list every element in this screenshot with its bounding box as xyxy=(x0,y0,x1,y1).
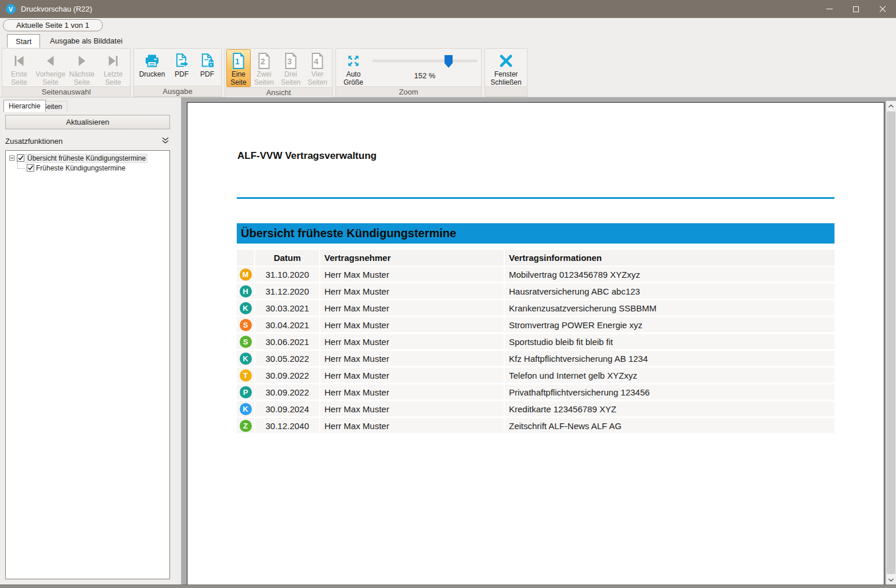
vertical-scrollbar[interactable] xyxy=(886,101,896,585)
tree-node-child[interactable]: Früheste Kündigungstermine xyxy=(13,163,168,173)
preview-page: ALF-VVW Vertragsverwaltung Übersicht frü… xyxy=(187,102,884,585)
pdf-arrow-icon xyxy=(174,52,190,70)
group-caption-zoom: Zoom xyxy=(336,86,481,97)
preview-area: ALF-VVW Vertragsverwaltung Übersicht frü… xyxy=(181,97,896,585)
tab-start[interactable]: Start xyxy=(7,34,40,48)
previous-page-icon xyxy=(43,52,58,70)
svg-text:2: 2 xyxy=(261,57,265,66)
table-header-row: Datum Vertragsnehmer Vertragsinformation… xyxy=(237,250,834,266)
chevron-down-icon xyxy=(888,578,894,582)
document-title: ALF-VVW Vertragsverwaltung xyxy=(237,150,377,162)
three-pages-button[interactable]: 3 Drei Seiten xyxy=(277,49,304,87)
category-badge: M xyxy=(240,268,252,281)
next-page-icon xyxy=(74,52,89,70)
cell-info: Privathaftpflichtversicherung 123456 xyxy=(505,384,834,400)
tab-ausgabe-als-bilddatei[interactable]: Ausgabe als Bilddatei xyxy=(42,34,131,48)
cell-date: 30.05.2022 xyxy=(255,351,319,366)
contract-table: Datum Vertragsnehmer Vertragsinformation… xyxy=(237,250,834,435)
cell-holder: Herr Max Muster xyxy=(320,384,504,400)
scroll-up-button[interactable] xyxy=(886,101,896,111)
zoom-slider[interactable] xyxy=(373,60,477,62)
cell-date: 30.04.2021 xyxy=(255,317,319,332)
print-button[interactable]: Drucken xyxy=(135,49,169,86)
scroll-down-button[interactable] xyxy=(886,575,896,585)
cell-holder: Herr Max Muster xyxy=(320,317,504,332)
svg-text:3: 3 xyxy=(287,57,292,66)
first-page-icon xyxy=(12,52,27,70)
four-pages-button[interactable]: 4 Vier Seiten xyxy=(304,49,331,87)
zoom-slider-thumb[interactable] xyxy=(445,55,453,68)
four-pages-icon: 4 xyxy=(310,52,324,70)
category-badge: H xyxy=(240,285,252,297)
group-ausgabe: Drucken PDF xyxy=(133,48,222,97)
tree-expander-icon[interactable] xyxy=(9,155,15,161)
maximize-button[interactable] xyxy=(843,0,869,18)
chevron-up-icon xyxy=(888,104,894,108)
current-page-indicator[interactable]: Aktuelle Seite 1 von 1 xyxy=(3,19,103,31)
svg-text:4: 4 xyxy=(314,57,319,66)
category-badge: T xyxy=(240,369,252,382)
category-badge: S xyxy=(240,336,252,348)
previous-page-button[interactable]: Vorherige Seite xyxy=(35,49,66,86)
minimize-button[interactable] xyxy=(816,0,843,18)
close-window-button[interactable]: Fenster Schließen xyxy=(486,49,526,86)
header-vertragsinformationen: Vertragsinformationen xyxy=(505,250,834,266)
group-caption-ausgabe: Ausgabe xyxy=(134,86,221,96)
two-pages-button[interactable]: 2 Zwei Seiten xyxy=(251,49,277,87)
cell-info: Telefon und Internet gelb XYZxyz xyxy=(505,368,834,383)
close-button[interactable] xyxy=(869,0,896,18)
cell-date: 30.03.2021 xyxy=(255,300,319,315)
first-page-button[interactable]: Erste Seite xyxy=(3,49,35,86)
cell-holder: Herr Max Muster xyxy=(320,351,504,366)
category-badge: S xyxy=(240,319,252,331)
ribbon-tab-row: Start Ausgabe als Bilddatei xyxy=(0,33,896,48)
tree-child-label[interactable]: Früheste Kündigungstermine xyxy=(36,164,125,172)
table-row: K 30.09.2024 Herr Max Muster Kreditkarte… xyxy=(237,401,834,416)
one-page-button[interactable]: 1 Eine Seite xyxy=(226,49,251,87)
cell-info: Sportstudio bleib fit bleib fit xyxy=(505,334,834,349)
header-datum: Datum xyxy=(255,250,319,266)
two-pages-icon: 2 xyxy=(257,52,271,70)
tree-node-root[interactable]: Übersicht früheste Kündigungstermine xyxy=(7,153,168,163)
pdf-secure-export-button[interactable]: PDF xyxy=(194,49,220,86)
scrollbar-thumb[interactable] xyxy=(887,111,895,574)
pdf-lock-icon xyxy=(199,52,215,70)
last-page-button[interactable]: Letzte Seite xyxy=(97,49,129,86)
tree-root-label[interactable]: Übersicht früheste Kündigungstermine xyxy=(26,154,147,162)
chevron-double-icon[interactable] xyxy=(161,136,170,146)
window-title: Druckvorschau (R22) xyxy=(21,5,92,13)
group-ansicht: 1 Eine Seite 2 Zwei Seiten xyxy=(225,48,333,97)
cell-holder: Herr Max Muster xyxy=(320,401,504,416)
cell-holder: Herr Max Muster xyxy=(320,418,504,433)
panel-splitter[interactable] xyxy=(175,97,181,585)
table-row: P 30.09.2022 Herr Max Muster Privathaftp… xyxy=(237,384,834,400)
window-bottom-edge xyxy=(0,585,896,588)
group-fenster: Fenster Schließen xyxy=(485,48,528,97)
cell-info: Krankenzusatzversicherung SSBBMM xyxy=(505,300,834,315)
minimize-icon xyxy=(826,9,833,9)
zusatzfunktionen-header[interactable]: Zusatzfunktionen xyxy=(5,135,170,147)
next-page-button[interactable]: Nächste Seite xyxy=(66,49,97,86)
auto-size-button[interactable]: Auto Größe xyxy=(337,49,370,86)
quick-access-row: Aktuelle Seite 1 von 1 xyxy=(0,18,896,33)
category-badge: Z xyxy=(240,420,252,432)
cell-date: 30.09.2022 xyxy=(255,384,319,400)
refresh-button[interactable]: Aktualisieren xyxy=(5,115,170,129)
group-zoom: Auto Größe 152 % Zoom xyxy=(335,48,482,97)
child-checkbox[interactable] xyxy=(27,164,34,172)
table-row: K 30.05.2022 Herr Max Muster Kfz Haftpfl… xyxy=(237,351,834,366)
cell-info: Hausratversicherung ABC abc123 xyxy=(505,284,834,299)
group-caption-fenster xyxy=(485,86,527,96)
pdf-export-button[interactable]: PDF xyxy=(169,49,194,86)
tab-hierarchie[interactable]: Hierarchie xyxy=(3,100,46,112)
document-banner: Übersicht früheste Kündigungstermine xyxy=(237,223,834,244)
cell-info: Kfz Haftpflichtversicherung AB 1234 xyxy=(505,351,834,366)
druckvorschau-window: V Druckvorschau (R22) Aktuelle Seite 1 v… xyxy=(0,0,896,588)
category-badge: K xyxy=(240,403,252,415)
hierarchy-tree: Übersicht früheste Kündigungstermine Frü… xyxy=(5,150,170,579)
category-badge: P xyxy=(240,386,252,398)
app-icon: V xyxy=(6,4,16,14)
cell-date: 30.09.2024 xyxy=(255,401,319,416)
titlebar: V Druckvorschau (R22) xyxy=(0,0,896,18)
header-icon-col xyxy=(237,250,254,266)
